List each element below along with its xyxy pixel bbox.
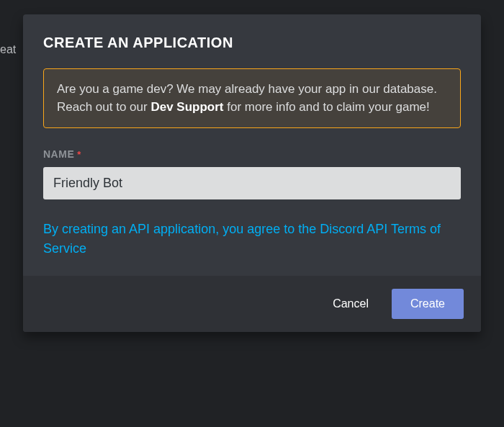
notice-bold: Dev Support (150, 100, 223, 114)
cancel-button[interactable]: Cancel (318, 290, 383, 318)
background-text-fragment: eat (0, 43, 16, 56)
name-field-label-row: NAME * (43, 148, 461, 160)
create-button[interactable]: Create (392, 289, 464, 319)
modal-footer: Cancel Create (23, 276, 481, 332)
notice-text-suffix: for more info and to claim your game! (223, 100, 429, 114)
modal-title: CREATE AN APPLICATION (43, 35, 461, 51)
dev-support-notice: Are you a game dev? We may already have … (43, 68, 461, 128)
name-input[interactable] (43, 167, 461, 199)
tos-link[interactable]: By creating an API application, you agre… (43, 220, 461, 259)
name-field-label: NAME (43, 148, 74, 160)
modal-body: CREATE AN APPLICATION Are you a game dev… (23, 14, 481, 276)
create-application-modal: CREATE AN APPLICATION Are you a game dev… (23, 14, 481, 332)
required-asterisk-icon: * (77, 149, 81, 160)
